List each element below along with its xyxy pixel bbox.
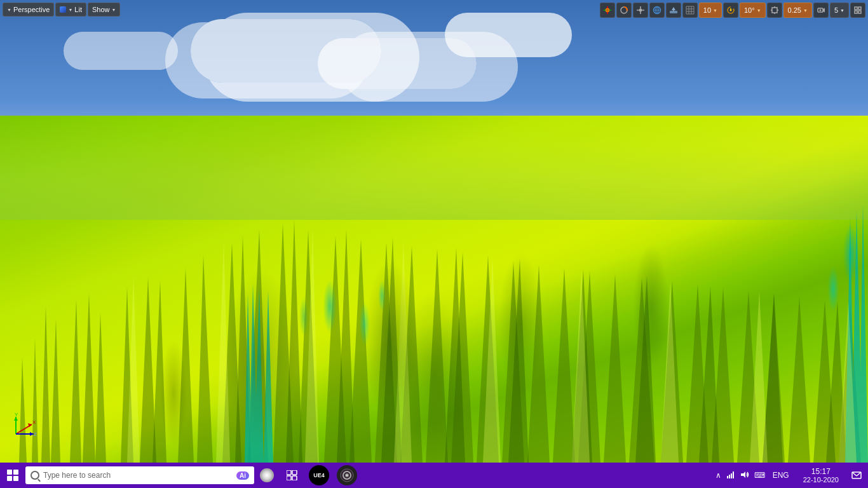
svg-rect-118 xyxy=(292,476,297,480)
svg-marker-127 xyxy=(741,471,745,478)
lit-dropdown-arrow: ▼ xyxy=(68,8,72,12)
grid-size-button[interactable]: 10 ▼ xyxy=(699,3,722,18)
svg-marker-90 xyxy=(672,7,675,10)
scale-value-button[interactable]: 0.25 ▼ xyxy=(783,3,812,18)
perspective-label: Perspective xyxy=(13,6,50,13)
lit-button[interactable]: ▼ Lit xyxy=(55,3,86,17)
lit-label: Lit xyxy=(74,6,82,13)
scale-tool-button[interactable] xyxy=(633,3,648,18)
svg-rect-116 xyxy=(292,470,297,475)
clock-time: 15:17 xyxy=(811,467,831,476)
surface-snap-icon xyxy=(669,6,678,15)
viewport[interactable]: X Y Z ▼ Perspective ▼ Lit Show ▼ xyxy=(0,0,868,463)
perspective-button[interactable]: ▼ Perspective xyxy=(3,3,54,17)
lit-icon xyxy=(60,6,66,13)
search-placeholder: Type here to search xyxy=(43,471,111,480)
search-icon xyxy=(31,471,39,480)
show-button[interactable]: Show ▼ xyxy=(88,3,120,17)
top-toolbar-right: 10 ▼ 10° ▼ xyxy=(600,3,865,18)
rotation-snap-icon xyxy=(726,6,735,15)
top-toolbar-left: ▼ Perspective ▼ Lit Show ▼ xyxy=(3,3,120,17)
clock-date: 22-10-2020 xyxy=(803,476,839,484)
windows-logo xyxy=(7,470,18,481)
system-tray: ∧ ⌨ ENG xyxy=(710,463,797,488)
svg-text:Z: Z xyxy=(34,431,37,437)
svg-point-122 xyxy=(346,475,348,477)
show-label: Show xyxy=(92,6,110,13)
camera-dropdown: ▼ xyxy=(840,8,844,13)
grass-accents xyxy=(0,116,868,463)
rotate-tool-button[interactable] xyxy=(616,3,632,18)
scale-snap-icon xyxy=(770,6,779,15)
world-icon xyxy=(653,6,661,15)
notification-icon xyxy=(851,470,862,480)
notification-button[interactable] xyxy=(845,463,868,488)
start-button[interactable] xyxy=(0,463,25,488)
grid-snap-button[interactable] xyxy=(682,3,698,18)
svg-rect-112 xyxy=(858,7,861,10)
scale-snap-button[interactable] xyxy=(767,3,782,18)
camera-speed-value: 5 xyxy=(834,6,838,14)
rotation-dropdown: ▼ xyxy=(757,8,761,13)
grass-field xyxy=(0,116,868,463)
scale-icon xyxy=(636,6,645,15)
svg-rect-125 xyxy=(731,473,732,478)
axes-gizmo: X Y Z xyxy=(10,412,38,440)
svg-text:X: X xyxy=(32,419,36,425)
ai-badge: Ai xyxy=(236,471,249,480)
keyboard-icon[interactable]: ⌨ xyxy=(754,471,765,480)
svg-rect-111 xyxy=(855,7,857,10)
language-button[interactable]: ENG xyxy=(770,471,792,480)
svg-rect-113 xyxy=(855,11,857,13)
svg-rect-126 xyxy=(733,471,734,478)
obs-icon xyxy=(337,465,357,485)
cortana-icon xyxy=(260,468,274,482)
clock[interactable]: 15:17 22-10-2020 xyxy=(797,467,845,484)
camera-speed-value-button[interactable]: 5 ▼ xyxy=(830,3,849,18)
ue4-taskbar-button[interactable]: UE4 xyxy=(305,463,333,488)
svg-rect-114 xyxy=(858,11,861,13)
maximize-viewport-button[interactable] xyxy=(850,3,865,18)
cloud-3 xyxy=(445,13,572,57)
rotation-value-button[interactable]: 10° ▼ xyxy=(740,3,766,18)
svg-text:Y: Y xyxy=(15,412,18,417)
svg-line-130 xyxy=(857,472,861,476)
svg-rect-115 xyxy=(287,470,291,475)
translate-tool-button[interactable] xyxy=(600,3,615,18)
svg-rect-103 xyxy=(772,8,777,13)
camera-speed-button[interactable] xyxy=(813,3,829,18)
svg-rect-80 xyxy=(639,9,642,11)
ue4-label: UE4 xyxy=(313,472,325,478)
grid-icon xyxy=(686,6,695,15)
svg-point-110 xyxy=(819,10,821,11)
surface-snapping-button[interactable] xyxy=(666,3,681,18)
maximize-icon xyxy=(853,6,862,15)
rotation-snap-button[interactable] xyxy=(723,3,738,18)
volume-icon[interactable] xyxy=(740,470,749,481)
ue4-icon: UE4 xyxy=(309,465,329,485)
svg-point-73 xyxy=(606,8,609,12)
camera-icon xyxy=(817,6,825,15)
cloud-4 xyxy=(64,32,178,70)
task-view-button[interactable] xyxy=(280,463,305,488)
perspective-dropdown-arrow: ▼ xyxy=(7,8,11,12)
rotate-icon xyxy=(620,6,628,15)
svg-rect-117 xyxy=(287,476,291,480)
search-bar[interactable]: Type here to search Ai xyxy=(25,466,254,484)
obs-taskbar-button[interactable] xyxy=(333,463,361,488)
world-local-button[interactable] xyxy=(649,3,665,18)
task-view-icon xyxy=(287,470,298,480)
scale-value: 0.25 xyxy=(788,6,801,14)
svg-line-129 xyxy=(852,472,857,476)
grid-size-dropdown: ▼ xyxy=(713,8,717,13)
taskbar: Type here to search Ai UE4 xyxy=(0,463,868,488)
grid-size-value: 10 xyxy=(703,6,711,14)
translate-icon xyxy=(603,6,612,15)
scale-dropdown: ▼ xyxy=(803,8,808,13)
cortana-button[interactable] xyxy=(254,463,280,488)
network-icon[interactable] xyxy=(726,470,735,481)
taskbar-right: ∧ ⌨ ENG xyxy=(710,463,868,488)
tray-expand-button[interactable]: ∧ xyxy=(715,471,721,480)
svg-rect-123 xyxy=(727,476,728,478)
svg-rect-124 xyxy=(729,475,730,478)
